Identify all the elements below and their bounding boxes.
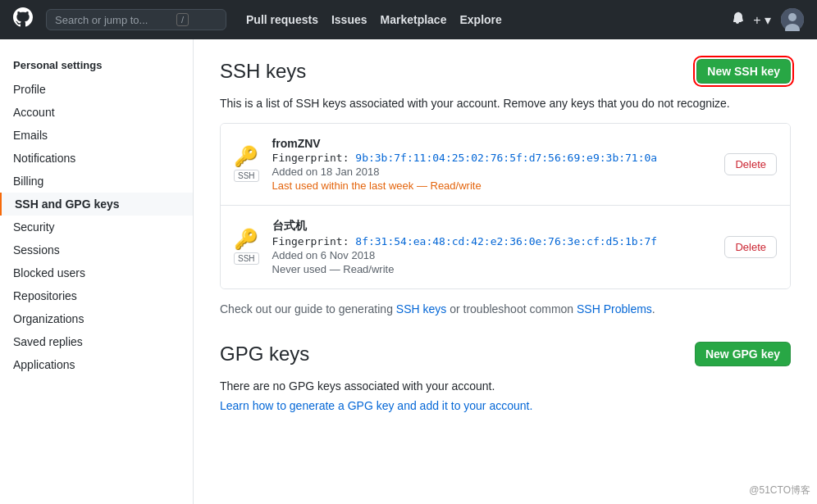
sidebar-item-saved-replies[interactable]: Saved replies [0, 330, 193, 353]
gpg-learn-link[interactable]: Learn how to generate a GPG key and add … [220, 399, 532, 412]
sidebar-item-blocked-users[interactable]: Blocked users [0, 261, 193, 284]
new-ssh-key-button[interactable]: New SSH key [696, 59, 791, 84]
gpg-section: GPG keys New GPG key There are no GPG ke… [220, 342, 791, 412]
fingerprint-value-1: 9b:3b:7f:11:04:25:02:76:5f:d7:56:69:e9:3… [355, 152, 657, 164]
main-content: SSH keys New SSH key This is a list of S… [194, 39, 817, 504]
sidebar-item-profile[interactable]: Profile [0, 78, 193, 101]
ssh-footer-text: Check out our guide to generating [220, 302, 396, 316]
nav-marketplace[interactable]: Marketplace [381, 13, 447, 26]
ssh-title: SSH keys [220, 60, 306, 83]
gpg-footer: Learn how to generate a GPG key and add … [220, 399, 791, 412]
sidebar-item-repositories[interactable]: Repositories [0, 284, 193, 307]
avatar[interactable] [781, 8, 804, 31]
ssh-badge-2: SSH [234, 252, 259, 265]
gpg-section-header: GPG keys New GPG key [220, 342, 791, 366]
fingerprint-label-1: Fingerprint: [272, 152, 349, 164]
sidebar-item-ssh-gpg-keys[interactable]: SSH and GPG keys [0, 193, 193, 216]
key-fingerprint-1: Fingerprint: 9b:3b:7f:11:04:25:02:76:5f:… [272, 152, 712, 164]
notifications-icon[interactable] [732, 11, 743, 29]
sidebar-nav: Profile Account Emails Notifications Bil… [0, 78, 193, 376]
sidebar-item-applications[interactable]: Applications [0, 353, 193, 376]
key-name-2: 台式机 [272, 219, 712, 234]
header-nav: Pull requests Issues Marketplace Explore [246, 13, 502, 26]
page-container: Personal settings Profile Account Emails… [0, 39, 817, 504]
new-gpg-key-button[interactable]: New GPG key [695, 342, 791, 366]
ssh-keys-list: 🔑 SSH fromZNV Fingerprint: 9b:3b:7f:11:0… [220, 123, 791, 289]
sidebar-item-emails[interactable]: Emails [0, 124, 193, 147]
header: / Pull requests Issues Marketplace Explo… [0, 0, 817, 39]
key-icon-2: 🔑 [234, 229, 258, 249]
ssh-footer-end: . [652, 302, 655, 316]
ssh-footer: Check out our guide to generating SSH ke… [220, 302, 791, 316]
ssh-keys-guide-link[interactable]: SSH keys [396, 302, 446, 316]
nav-explore[interactable]: Explore [459, 13, 501, 26]
ssh-key-item-1: 🔑 SSH fromZNV Fingerprint: 9b:3b:7f:11:0… [221, 124, 790, 206]
sidebar-item-sessions[interactable]: Sessions [0, 238, 193, 261]
ssh-problems-link[interactable]: SSH Problems [577, 302, 652, 316]
sidebar-item-organizations[interactable]: Organizations [0, 307, 193, 330]
delete-key-2-button[interactable]: Delete [724, 236, 777, 258]
gpg-description: There are no GPG keys associated with yo… [220, 379, 791, 393]
ssh-key-item-2: 🔑 SSH 台式机 Fingerprint: 8f:31:54:ea:48:cd… [221, 206, 790, 288]
sidebar-heading: Personal settings [0, 52, 193, 78]
key-icon-1: 🔑 [234, 147, 258, 166]
key-fingerprint-2: Fingerprint: 8f:31:54:ea:48:cd:42:e2:36:… [272, 235, 712, 247]
key-usage-1: Last used within the last week — Read/wr… [272, 179, 712, 192]
fingerprint-label-2: Fingerprint: [272, 235, 349, 247]
svg-point-1 [788, 13, 796, 21]
key-info-1: fromZNV Fingerprint: 9b:3b:7f:11:04:25:0… [272, 137, 712, 192]
key-added-1: Added on 18 Jan 2018 [272, 166, 712, 178]
sidebar: Personal settings Profile Account Emails… [0, 39, 194, 504]
gpg-title: GPG keys [220, 343, 309, 366]
plus-icon[interactable]: + ▾ [753, 12, 771, 28]
ssh-section-header: SSH keys New SSH key [220, 59, 791, 84]
search-input[interactable] [55, 14, 170, 26]
nav-pull-requests[interactable]: Pull requests [246, 13, 318, 26]
nav-issues[interactable]: Issues [331, 13, 367, 26]
header-right: + ▾ [732, 8, 804, 31]
ssh-footer-mid: or troubleshoot common [446, 302, 577, 316]
delete-key-1-button[interactable]: Delete [724, 153, 777, 175]
key-icon-wrapper-1: 🔑 SSH [234, 147, 259, 182]
search-bar[interactable]: / [46, 9, 226, 30]
watermark: @51CTO博客 [749, 484, 810, 497]
key-added-2: Added on 6 Nov 2018 [272, 249, 712, 261]
key-usage-2: Never used — Read/write [272, 263, 712, 275]
ssh-description: This is a list of SSH keys associated wi… [220, 97, 791, 110]
key-icon-wrapper-2: 🔑 SSH [234, 229, 259, 265]
github-logo-icon[interactable] [13, 7, 33, 32]
fingerprint-value-2: 8f:31:54:ea:48:cd:42:e2:36:0e:76:3e:cf:d… [355, 235, 657, 247]
sidebar-item-account[interactable]: Account [0, 101, 193, 124]
ssh-badge-1: SSH [234, 170, 259, 182]
key-info-2: 台式机 Fingerprint: 8f:31:54:ea:48:cd:42:e2… [272, 219, 712, 275]
slash-kbd: / [176, 13, 189, 26]
sidebar-item-notifications[interactable]: Notifications [0, 147, 193, 170]
sidebar-item-security[interactable]: Security [0, 216, 193, 238]
sidebar-item-billing[interactable]: Billing [0, 170, 193, 193]
key-name-1: fromZNV [272, 137, 712, 150]
